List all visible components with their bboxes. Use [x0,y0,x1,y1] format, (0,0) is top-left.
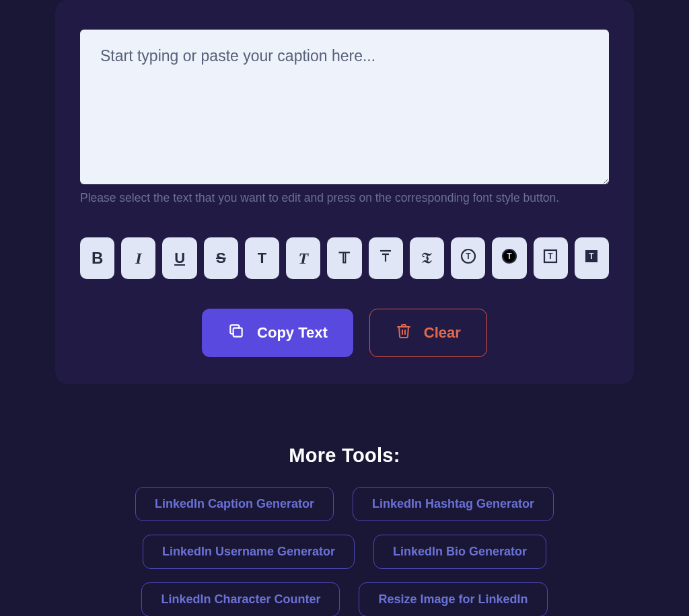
clear-label: Clear [424,324,461,342]
more-tools-section: More Tools: LinkedIn Caption Generator L… [55,445,634,616]
svg-text:T: T [507,252,512,261]
copy-label: Copy Text [257,324,328,342]
doublestruck-icon: 𝕋 [339,249,350,267]
script-style-button[interactable]: T [286,237,320,279]
underline-icon: U [174,249,185,267]
bold-icon: B [92,249,103,268]
copy-text-button[interactable]: Copy Text [202,309,353,357]
more-tools-heading: More Tools: [55,445,634,467]
action-row: Copy Text Clear [80,309,609,357]
copy-icon [227,322,245,344]
circled-style-button[interactable]: T [451,237,485,279]
svg-text:T: T [589,252,595,261]
svg-text:T: T [466,252,471,261]
squared-icon: T [542,248,558,268]
filled-square-icon: T [583,248,600,268]
editor-panel: Please select the text that you want to … [55,0,634,384]
tool-link[interactable]: LinkedIn Hashtag Generator [353,487,554,521]
italic-button[interactable]: I [121,237,155,279]
svg-text:T: T [548,252,554,261]
format-toolbar: B I U S T T 𝕋 [80,237,609,279]
filled-square-style-button[interactable]: T [575,237,609,279]
italic-icon: I [135,249,141,268]
sans-icon: T [258,249,266,267]
tool-link[interactable]: Resize Image for LinkedIn [359,582,547,616]
hint-text: Please select the text that you want to … [80,191,609,205]
svg-rect-11 [233,328,242,337]
tool-link[interactable]: LinkedIn Username Generator [143,535,355,569]
tool-links: LinkedIn Caption Generator LinkedIn Hash… [55,487,634,616]
circled-icon: T [460,248,476,268]
tool-link[interactable]: LinkedIn Caption Generator [135,487,334,521]
fraktur-icon: 𝔗 [422,249,432,267]
sans-style-button[interactable]: T [245,237,279,279]
clear-button[interactable]: Clear [369,309,487,357]
trash-icon [396,323,412,343]
fraktur-style-button[interactable]: 𝔗 [410,237,444,279]
monospace-style-button[interactable] [369,237,403,279]
filled-circle-icon: T [501,248,517,268]
tool-link[interactable]: LinkedIn Bio Generator [373,535,546,569]
strikethrough-icon: S [216,249,226,267]
doublestruck-style-button[interactable]: 𝕋 [327,237,361,279]
underline-button[interactable]: U [162,237,196,279]
script-icon: T [298,249,308,268]
caption-input[interactable] [80,30,609,184]
strikethrough-button[interactable]: S [204,237,238,279]
bold-button[interactable]: B [80,237,114,279]
filled-circle-style-button[interactable]: T [492,237,526,279]
squared-style-button[interactable]: T [534,237,568,279]
monospace-icon [377,248,394,268]
tool-link[interactable]: LinkedIn Character Counter [141,582,340,616]
